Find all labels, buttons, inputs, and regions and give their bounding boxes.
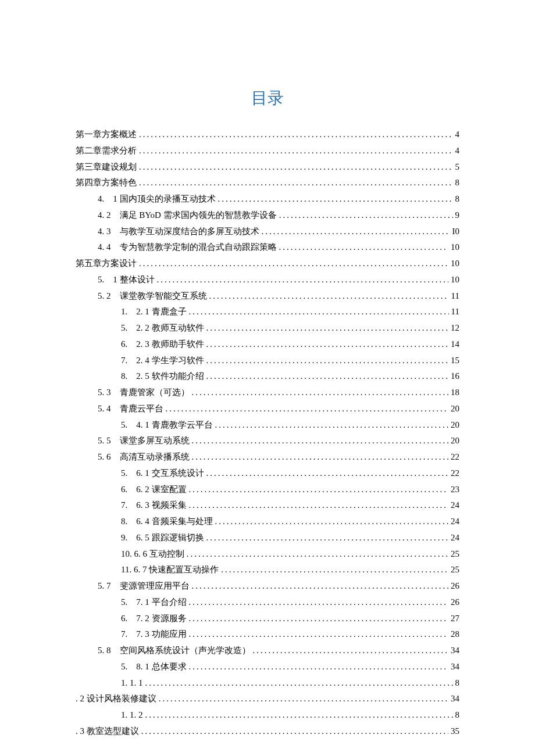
toc-entry-page: 34 <box>451 691 459 707</box>
toc-entry-dots <box>206 353 449 369</box>
toc-entry-label: 1. 1. 2 <box>121 707 143 723</box>
toc-entry-dots <box>139 256 448 272</box>
toc-entry-label: . 3 教室选型建议 <box>76 723 139 740</box>
toc-entry-dots <box>206 320 449 336</box>
toc-entry-page: 26 <box>451 578 459 594</box>
toc-entry: 9. 6. 5 跟踪逻辑切换24 <box>121 530 459 546</box>
toc-entry-dots <box>215 514 449 530</box>
toc-entry: . 2 设计风格装修建议34 <box>76 691 459 707</box>
toc-entry-label: 5. 4 青鹿云平台 <box>98 401 163 417</box>
toc-entry: 第四章方案特色8 <box>76 175 459 191</box>
toc-entry: 5. 5 课堂多屏互动系统20 <box>98 433 459 449</box>
toc-entry: 5. 4. 1 青鹿教学云平台20 <box>121 417 459 433</box>
toc-entry: 5. 8. 1 总体要求34 <box>121 659 459 675</box>
toc-entry-page: 24 <box>451 514 459 530</box>
toc-entry-dots <box>218 191 453 207</box>
toc-entry-dots <box>192 578 449 594</box>
toc-entry-page: 15 <box>451 353 459 369</box>
toc-entry-dots <box>262 224 450 240</box>
toc-entry-label: 5. 3 青鹿管家（可选） <box>98 385 190 401</box>
toc-entry: 6. 2. 3 教师助手软件14 <box>121 336 459 353</box>
toc-entry-label: 5. 7 斐源管理应用平台 <box>98 578 190 594</box>
toc-entry-dots <box>189 304 449 320</box>
toc-entry-page: 24 <box>451 530 459 546</box>
toc-entry-dots <box>166 401 449 417</box>
toc-entry-dots <box>145 675 453 691</box>
toc-entry: 1. 1. 18 <box>121 675 459 691</box>
toc-entry: 5. 8 空间风格系统设计（声光学改造）34 <box>98 643 459 659</box>
toc-entry-dots <box>139 159 453 175</box>
toc-entry: 5. 2 课堂教学智能交互系统11 <box>98 288 459 304</box>
toc-entry: 1. 1. 28 <box>121 707 459 723</box>
toc-entry-dots <box>141 723 448 740</box>
toc-entry-page: 34 <box>451 643 459 659</box>
toc-entry-dots <box>206 368 449 385</box>
toc-entry-page: 20 <box>451 417 459 433</box>
toc-entry-page: 8 <box>455 675 460 691</box>
toc-entry-page: 9 <box>455 207 460 224</box>
toc-entry-page: 4 <box>455 143 460 159</box>
toc-entry: 6. 7. 2 资源服务27 <box>121 611 459 627</box>
toc-entry-dots <box>189 594 449 611</box>
toc-entry-page: I0 <box>452 224 460 240</box>
toc-entry-dots <box>279 239 449 256</box>
toc-entry-label: 5. 2 课堂教学智能交互系统 <box>98 288 207 304</box>
toc-entry-label: 第三章建设规划 <box>76 159 137 175</box>
toc-entry: 4. 1 国内顶尖的录播互动技术8 <box>98 191 459 207</box>
toc-title: 目录 <box>76 87 459 109</box>
toc-entry-label: 第二章需求分析 <box>76 143 137 159</box>
toc-entry-dots <box>189 482 449 498</box>
toc-entry-dots <box>192 449 449 465</box>
toc-entry-label: 1. 2. 1 青鹿盒子 <box>121 304 187 320</box>
toc-entry: 7. 6. 3 视频采集24 <box>121 497 459 514</box>
toc-entry-label: 6. 7. 2 资源服务 <box>121 611 187 627</box>
toc-entry-label: 5. 8. 1 总体要求 <box>121 659 187 675</box>
toc-entry: 7. 2. 4 学生学习软件15 <box>121 353 459 369</box>
toc-entry-label: 4. 2 满足 BYoD 需求国内领先的智慧教学设备 <box>98 207 277 224</box>
toc-entry-label: 7. 6. 3 视频采集 <box>121 497 187 514</box>
toc-entry-label: 9. 6. 5 跟踪逻辑切换 <box>121 530 204 546</box>
toc-entry-dots <box>187 546 448 562</box>
toc-entry-dots <box>189 611 449 627</box>
toc-entry: 4. 4 专为智慧教学定制的混合式自动跟踪策略10 <box>98 239 459 256</box>
toc-entry-page: 25 <box>451 546 459 562</box>
toc-entry-label: 10. 6. 6 互动控制 <box>121 546 184 562</box>
toc-entry-page: 23 <box>451 482 459 498</box>
toc-entry-page: 11 <box>451 304 459 320</box>
toc-entry-label: 8. 2. 5 软件功能介绍 <box>121 368 204 385</box>
toc-entry-label: 4. 1 国内顶尖的录播互动技术 <box>98 191 216 207</box>
toc-entry-dots <box>192 385 449 401</box>
toc-entry: 8. 6. 4 音频采集与处理24 <box>121 514 459 530</box>
toc-entry-dots <box>253 643 449 659</box>
toc-entry: 第一章方案概述4 <box>76 127 459 143</box>
toc-entry-dots <box>206 336 449 353</box>
toc-entry-page: 26 <box>451 594 459 611</box>
toc-entry-dots <box>279 207 453 224</box>
toc-entry-dots <box>157 272 449 288</box>
toc-entry: 5. 6. 1 交互系统设计22 <box>121 465 459 482</box>
toc-entry-dots <box>206 465 449 482</box>
toc-entry-dots <box>209 288 449 304</box>
toc-entry: 5. 7. 1 平台介绍26 <box>121 594 459 611</box>
toc-entry-page: 10 <box>451 256 459 272</box>
toc-entry-page: 8 <box>455 175 460 191</box>
toc-entry: 7. 7. 3 功能应用28 <box>121 626 459 643</box>
toc-entry: 6. 6. 2 课室配置23 <box>121 482 459 498</box>
toc-entry: 4. 3 与教学互动深度结合的多屏互动技术I0 <box>98 224 459 240</box>
toc-entry-dots <box>139 127 453 143</box>
toc-entry: . 3 教室选型建议35 <box>76 723 459 740</box>
toc-entry-page: 25 <box>451 562 459 578</box>
toc-entry-page: 20 <box>451 401 459 417</box>
toc-entry-dots <box>189 659 449 675</box>
toc-entry-dots <box>189 626 449 643</box>
toc-entry: 5. 3 青鹿管家（可选）18 <box>98 385 459 401</box>
toc-entry-label: 5. 2. 2 教师互动软件 <box>121 320 204 336</box>
toc-entry-page: 8 <box>455 191 460 207</box>
toc-entry-label: . 2 设计风格装修建议 <box>76 691 156 707</box>
toc-entry-dots <box>189 497 449 514</box>
toc-entry-page: 22 <box>451 465 459 482</box>
toc-entry-dots <box>139 175 453 191</box>
toc-entry-page: 34 <box>451 659 459 675</box>
toc-entry-label: 5. 7. 1 平台介绍 <box>121 594 187 611</box>
toc-entry-page: 16 <box>451 368 459 385</box>
